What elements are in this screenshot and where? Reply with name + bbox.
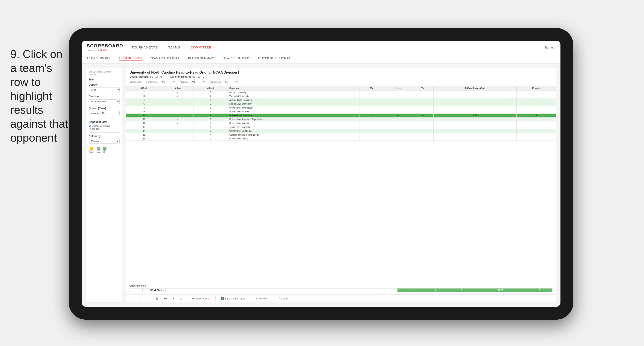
legend-down-dot <box>90 147 94 151</box>
tab-team-h2h-heatmap[interactable]: TEAM H2H HEATMAP <box>150 57 180 61</box>
table-cell: 4 <box>126 98 162 102</box>
table-cell <box>384 125 412 129</box>
sign-out-button[interactable]: Sign out <box>544 46 555 49</box>
table-row[interactable]: 8-2University of Washington <box>126 106 556 110</box>
school-input[interactable] <box>89 111 120 115</box>
col-rank: # Rank <box>126 86 162 90</box>
table-row[interactable]: 10-5University of Alabama3002.618 <box>126 114 556 118</box>
toolbar-icon-2[interactable]: ■■ <box>162 296 168 301</box>
back-button[interactable]: ← <box>146 296 151 301</box>
table-cell <box>384 90 412 94</box>
panel-divider-2 <box>89 132 120 133</box>
table-cell: 2 <box>194 102 228 106</box>
table-row[interactable]: 6-2Florida State University <box>126 102 556 106</box>
undo-button[interactable]: ← <box>129 296 134 301</box>
table-row[interactable]: 4-1Arizona State University <box>126 98 556 102</box>
table-cell <box>412 98 434 102</box>
region-label: Region <box>180 81 188 83</box>
top100-radio[interactable] <box>89 128 91 130</box>
overall-record-value: 89 - 17 - 0 <box>150 75 162 78</box>
table-cell <box>517 106 556 110</box>
gender-select[interactable]: Men's <box>89 87 120 92</box>
table-row[interactable]: 13-1Texas Tech University <box>126 125 556 129</box>
table-cell <box>434 110 517 114</box>
table-cell <box>359 129 384 133</box>
overall-record: Overall Record: 89 - 17 - 0 <box>130 75 162 78</box>
tab-team-h2h-grid[interactable]: TEAM H2H GRID <box>119 56 142 61</box>
table-cell <box>517 133 556 137</box>
table-cell <box>359 102 384 106</box>
table-cell <box>384 118 412 121</box>
table-cell <box>359 133 384 137</box>
share-button[interactable]: ⇧ Share <box>276 296 290 301</box>
out-division-row[interactable]: NCAA Division II 1 0 0 26.00 3 <box>130 289 552 292</box>
opponents-played-label: Opponents Played <box>92 125 110 127</box>
table-cell <box>384 121 412 125</box>
table-row[interactable]: 2-1Auburn University <box>126 90 556 94</box>
col-diff: Diff Av Strokes/Rnd <box>434 86 517 90</box>
table-cell: Vanderbilt University <box>228 94 359 98</box>
region-filter: Region (All) <box>180 80 206 84</box>
table-cell <box>434 102 517 106</box>
view-original-button[interactable]: 👁 View: Original <box>190 297 212 301</box>
legend-up-label: Up <box>103 151 106 154</box>
division-label: Division <box>89 95 120 98</box>
tab-player-h2h-grid[interactable]: PLAYER H2H GRID <box>223 57 249 61</box>
logo-area: SCOREBOARD Powered by clipp'd <box>87 43 123 51</box>
nav-committee[interactable]: COMMITTEE <box>191 45 211 49</box>
table-cell: 3 <box>194 121 228 125</box>
watch-button[interactable]: 👁 Watch ▾ <box>254 296 270 301</box>
legend-level-label: Level <box>96 151 101 154</box>
save-custom-button[interactable]: 💾 Save Custom View <box>219 296 247 301</box>
tab-player-h2h-heatmap[interactable]: PLAYER H2H HEATMAP <box>258 57 290 61</box>
table-cell: 14 <box>126 129 162 133</box>
colour-by-select[interactable]: Win/loss <box>89 139 120 143</box>
table-cell: University of Arizona <box>228 110 359 114</box>
table-row[interactable]: 16-1University of Florida <box>126 137 556 141</box>
redo-button[interactable]: → <box>138 296 142 301</box>
clock-icon[interactable]: ◷ <box>179 296 184 301</box>
nav-teams[interactable]: TEAMS <box>168 45 180 49</box>
table-cell <box>384 98 412 102</box>
toolbar: ← → ← ▦ ■■ ■ ◷ 👁 View: Original 💾 S <box>126 294 556 303</box>
table-cell <box>359 118 384 121</box>
toolbar-icon-3[interactable]: ■ <box>172 296 176 301</box>
opponent-label: Opponent <box>210 81 220 83</box>
school-label: School (Rank) <box>89 107 120 110</box>
table-cell: Auburn University <box>228 90 359 94</box>
logo-scoreboard: SCOREBOARD <box>87 43 123 48</box>
division-select[interactable]: NCAA Division I <box>89 99 120 104</box>
conference-label: Conference <box>146 81 158 83</box>
table-row[interactable]: 15-4Georgia Institute of Technology <box>126 133 556 137</box>
table-cell <box>517 94 556 98</box>
table-cell: 8 <box>126 106 162 110</box>
toolbar-icon-1[interactable]: ▦ <box>154 296 159 301</box>
table-row[interactable]: 11-6University of Arkansas, Fayetteville <box>126 118 556 121</box>
table-row[interactable]: 14-2University of Oklahoma <box>126 129 556 133</box>
sub-nav: TEAM SUMMARY TEAM H2H GRID TEAM H2H HEAT… <box>82 54 560 63</box>
region-select[interactable]: (All) <box>189 80 206 84</box>
table-row[interactable]: 3-2Vanderbilt University <box>126 94 556 98</box>
table-cell <box>384 94 412 98</box>
table-cell <box>434 133 517 137</box>
tab-team-summary[interactable]: TEAM SUMMARY <box>87 57 110 61</box>
table-cell: Texas Tech University <box>228 125 359 129</box>
tab-player-summary[interactable]: PLAYER SUMMARY <box>188 57 215 61</box>
table-cell: 5 <box>194 114 228 118</box>
table-cell <box>384 129 412 133</box>
table-cell <box>517 102 556 106</box>
grid-table-wrap[interactable]: # Rank # Reg # Conf Opponent Win Loss Ti… <box>126 86 556 283</box>
out-label: NCAA Division II <box>149 289 398 292</box>
conference-select[interactable]: (All) <box>159 80 176 84</box>
opponents-played-radio[interactable] <box>89 125 91 127</box>
share-label: Share <box>281 297 288 300</box>
opponent-select[interactable]: (All) <box>222 80 239 84</box>
table-cell: - <box>162 94 194 98</box>
table-row[interactable]: 9-3University of Arizona <box>126 110 556 114</box>
table-cell <box>434 129 517 133</box>
nav-tournaments[interactable]: TOURNAMENTS <box>132 45 158 49</box>
table-cell: 2.61 <box>434 114 517 118</box>
table-row[interactable]: 12-3University of Virginia <box>126 121 556 125</box>
table-cell <box>384 102 412 106</box>
out-win: 1 <box>398 289 423 292</box>
